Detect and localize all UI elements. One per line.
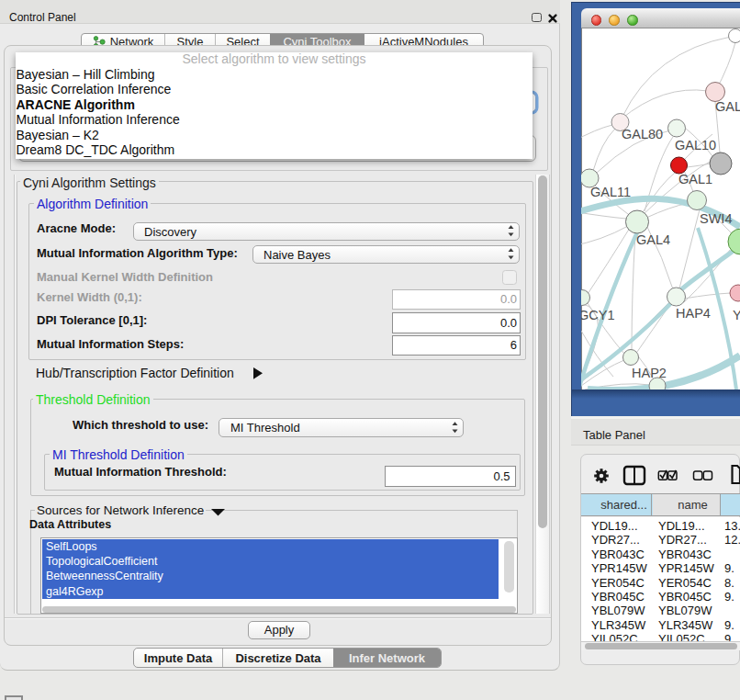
svg-text:Y: Y <box>733 308 740 322</box>
svg-text:GCY1: GCY1 <box>581 308 615 322</box>
svg-text:GAL7: GAL7 <box>715 99 740 114</box>
svg-text:GAL11: GAL11 <box>590 185 631 199</box>
svg-text:HAP2: HAP2 <box>632 366 667 380</box>
svg-text:GAL1: GAL1 <box>678 172 712 186</box>
svg-text:HAP4: HAP4 <box>676 306 711 321</box>
svg-text:GAL80: GAL80 <box>622 127 663 141</box>
svg-text:GAL10: GAL10 <box>675 138 716 152</box>
svg-text:GAL4: GAL4 <box>636 232 670 247</box>
svg-text:SWI4: SWI4 <box>700 211 732 226</box>
